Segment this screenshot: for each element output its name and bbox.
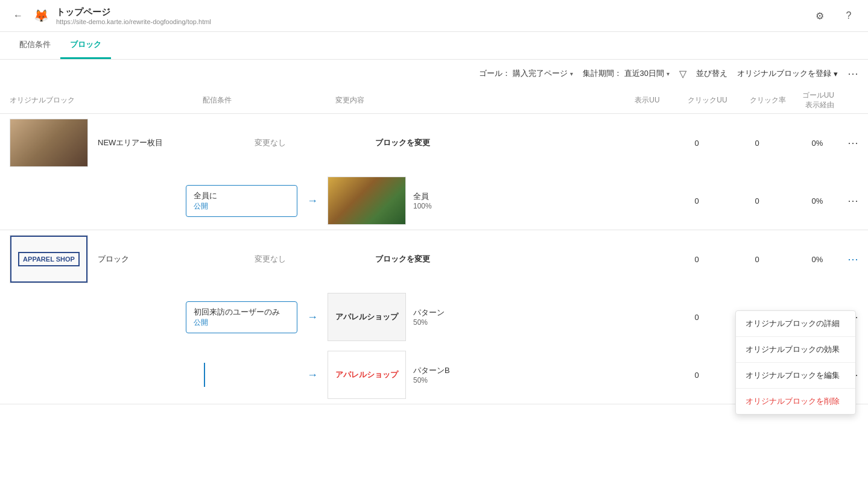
condition-text: 変更なし <box>255 138 286 147</box>
condition-box: 全員に 公開 <box>186 185 297 217</box>
sub-row: 全員に 公開 → 全員 100% 0 0 0% ⋯ <box>0 172 868 230</box>
page-title: トップページ <box>56 7 211 18</box>
register-label: オリジナルブロックを登録 <box>737 68 831 79</box>
click-rate: 0% <box>787 139 847 148</box>
display-uu: 0 <box>667 139 727 148</box>
row-more-button-active[interactable]: ⋯ <box>847 253 858 266</box>
change-info-b: パターンB 50% <box>413 365 450 384</box>
apparel-shop-label: APPAREL SHOP <box>18 252 80 266</box>
arrow-icon: → <box>307 195 318 207</box>
tab-delivery-condition[interactable]: 配信条件 <box>10 32 60 59</box>
condition-label: 全員に <box>194 190 290 201</box>
pattern-b-percent: 50% <box>413 376 450 384</box>
connector <box>186 363 297 387</box>
header-icons: ⚙ ? <box>810 6 858 25</box>
change-info: パターン 50% <box>413 307 445 327</box>
toolbar: ゴール： 購入完了ページ ▾ 集計期間： 直近30日間 ▾ ▽ 並び替え オリジ… <box>0 60 868 87</box>
col-header-goal: ゴールUU 表示経由 <box>798 91 858 110</box>
sub-display-uu: 0 <box>667 196 727 206</box>
col-header-change: 変更内容 <box>335 95 617 105</box>
condition-status: 公開 <box>194 201 290 212</box>
change-info: 全員 100% <box>413 191 432 210</box>
main-condition: 変更なし <box>255 137 375 148</box>
goal-display-label: 表示経由 <box>798 101 834 110</box>
condition-text: 変更なし <box>255 254 286 263</box>
dropdown-item-effect[interactable]: オリジナルブロックの効果 <box>736 337 855 362</box>
change-percent: 100% <box>413 202 432 210</box>
block-thumbnail-apparel: APPAREL SHOP <box>10 235 88 283</box>
period-value: 直近30日間 <box>624 68 664 79</box>
dropdown-item-delete[interactable]: オリジナルブロックを削除 <box>736 389 855 414</box>
pattern-b-label: パターンB <box>413 365 450 376</box>
table-header: オリジナルブロック 配信条件 変更内容 表示UU クリックUU クリック率 ゴー… <box>0 87 868 114</box>
block-name: NEWエリアー枚目 <box>98 137 163 148</box>
sub-click-rate: 0% <box>787 196 847 206</box>
toolbar-more-button[interactable]: ⋯ <box>847 67 858 80</box>
header-title-block: トップページ https://site-demo.karte.io/rewrit… <box>56 7 211 25</box>
table-row: NEWエリアー枚目 変更なし ブロックを変更 0 0 0% ⋯ <box>0 114 868 172</box>
register-block-button[interactable]: オリジナルブロックを登録 ▾ <box>737 68 838 79</box>
goal-selector[interactable]: ゴール： 購入完了ページ ▾ <box>479 68 573 79</box>
period-label: 集計期間： <box>583 68 622 79</box>
col-header-display: 表示UU <box>617 95 677 105</box>
dropdown-item-edit[interactable]: オリジナルブロックを編集 <box>736 363 855 388</box>
click-uu: 0 <box>727 139 787 148</box>
block-info: ブロック <box>98 254 255 265</box>
arrow-icon-b: → <box>307 369 318 381</box>
change-block-thumbnail <box>328 177 406 225</box>
page-url: https://site-demo.karte.io/rewrite-dogfo… <box>56 18 211 25</box>
help-button[interactable]: ? <box>839 6 858 25</box>
vertical-line <box>204 363 205 387</box>
col-header-click: クリックUU <box>677 95 738 105</box>
block-thumbnail-person <box>10 119 88 167</box>
register-chevron-icon: ▾ <box>834 69 838 78</box>
sub-row-more-button[interactable]: ⋯ <box>847 194 858 207</box>
dropdown-item-detail[interactable]: オリジナルブロックの詳細 <box>736 311 855 336</box>
block-info: NEWエリアー枚目 <box>98 137 255 148</box>
col-header-condition: 配信条件 <box>203 95 335 105</box>
tabs-bar: 配信条件 ブロック <box>0 32 868 60</box>
condition-status: 公開 <box>194 318 290 328</box>
sub-click-uu: 0 <box>727 196 787 206</box>
goal-label: ゴール： <box>479 68 510 79</box>
sub-b-display-uu: 0 <box>667 371 727 380</box>
main-change: ブロックを変更 <box>375 137 667 148</box>
goal-uu-label: ゴールUU <box>798 91 834 101</box>
change-block-pattern-a: アパレルショップ <box>328 293 406 341</box>
period-chevron-icon: ▾ <box>667 71 670 77</box>
pattern-b-text: アパレルショップ <box>335 369 398 380</box>
block-group-new-area: NEWエリアー枚目 変更なし ブロックを変更 0 0 0% ⋯ 全員に 公開 →… <box>0 114 868 230</box>
col-header-block: オリジナルブロック <box>10 95 203 105</box>
row-more-button[interactable]: ⋯ <box>847 136 858 149</box>
condition-label: 初回来訪のユーザーのみ <box>194 307 290 318</box>
tab-block[interactable]: ブロック <box>60 32 111 59</box>
main-change: ブロックを変更 <box>375 254 667 265</box>
arrow-icon: → <box>307 311 318 324</box>
change-block-pattern-b: アパレルショップ <box>328 351 406 399</box>
change-label: ブロックを変更 <box>375 138 430 147</box>
goal-chevron-icon: ▾ <box>570 71 573 77</box>
filter-button[interactable]: ▽ <box>679 68 686 80</box>
pattern-percent: 50% <box>413 318 445 327</box>
logo-icon: 🦊 <box>34 8 49 23</box>
settings-button[interactable]: ⚙ <box>810 6 829 25</box>
col-header-rate: クリック率 <box>738 95 798 105</box>
main-condition: 変更なし <box>255 254 375 265</box>
block-name: ブロック <box>98 254 129 265</box>
sub-display-uu: 0 <box>667 313 727 322</box>
click-rate: 0% <box>787 255 847 264</box>
display-uu: 0 <box>667 255 727 264</box>
goal-value: 購入完了ページ <box>513 68 568 79</box>
dropdown-menu: オリジナルブロックの詳細 オリジナルブロックの効果 オリジナルブロックを編集 オ… <box>735 310 856 415</box>
pattern-label: パターン <box>413 307 445 318</box>
period-selector[interactable]: 集計期間： 直近30日間 ▾ <box>583 68 670 79</box>
sort-button[interactable]: 並び替え <box>696 68 727 79</box>
back-button[interactable]: ← <box>10 7 27 24</box>
header: ← 🦊 トップページ https://site-demo.karte.io/re… <box>0 0 868 32</box>
click-uu: 0 <box>727 255 787 264</box>
change-label: ブロックを変更 <box>375 254 430 263</box>
table-row: APPAREL SHOP ブロック 変更なし ブロックを変更 0 0 0% ⋯ <box>0 230 868 288</box>
change-target: 全員 <box>413 191 432 202</box>
pattern-a-text: アパレルショップ <box>335 312 398 322</box>
condition-box-first-visit: 初回来訪のユーザーのみ 公開 <box>186 301 297 333</box>
